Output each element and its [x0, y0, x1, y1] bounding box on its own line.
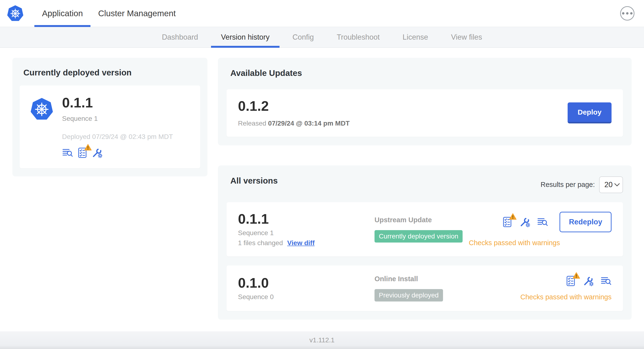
source-label: Online Install [374, 275, 520, 283]
deploy-button[interactable]: Deploy [568, 102, 612, 124]
row-version-number: 0.1.1 [238, 212, 374, 226]
update-released-line: Released 07/29/24 @ 03:14 pm MDT [238, 120, 350, 127]
version-source: Online Install Previously deployed [374, 275, 520, 302]
row-version-number: 0.1.0 [238, 276, 374, 290]
update-version-number: 0.1.2 [238, 99, 350, 114]
status-badge: Previously deployed [374, 289, 443, 302]
preflight-checks-icon[interactable] [565, 276, 576, 286]
checks-status: Checks passed with warnings [469, 239, 560, 247]
top-nav: Application Cluster Management [0, 0, 644, 27]
version-row-0-1-1: 0.1.1 Sequence 1 1 files changed View di… [226, 202, 623, 256]
available-update-row: 0.1.2 Released 07/29/24 @ 03:14 pm MDT D… [226, 89, 623, 137]
version-info: 0.1.1 Sequence 1 1 files changed View di… [238, 212, 374, 247]
version-source: Upstream Update Currently deployed versi… [374, 216, 469, 242]
config-icon[interactable] [520, 216, 530, 228]
tab-cluster-management[interactable]: Cluster Management [90, 0, 183, 27]
currently-deployed-card: Currently deployed version 0.1.1 Sequenc… [12, 58, 208, 176]
kubernetes-logo-icon [7, 4, 24, 22]
more-menu-button[interactable] [620, 6, 634, 20]
results-per-page-select-wrap: 20 [599, 176, 623, 193]
kubernetes-app-icon [30, 97, 53, 121]
all-versions-card: All versions Results per page: 20 [218, 166, 632, 320]
tab-application-label: Application [42, 8, 83, 18]
released-date: 07/29/24 @ 03:14 pm MDT [268, 120, 350, 127]
version-actions: Checks passed with warnings [520, 276, 612, 301]
console-version: v1.112.1 [309, 336, 334, 344]
available-updates-title: Available Updates [230, 68, 622, 78]
files-changed: 1 files changed [238, 239, 283, 247]
app-subnav: Dashboard Version history Config Trouble… [0, 27, 644, 48]
current-version-deployed-date: Deployed 07/29/24 @ 02:43 pm MDT [62, 133, 173, 140]
currently-deployed-title: Currently deployed version [24, 68, 199, 77]
checks-status: Checks passed with warnings [520, 293, 612, 301]
ellipsis-icon [622, 12, 624, 14]
view-diff-link[interactable]: View diff [287, 239, 314, 247]
version-info: 0.1.0 Sequence 0 [238, 276, 374, 301]
current-version-sequence: Sequence 1 [62, 115, 173, 122]
row-sequence: Sequence 1 [238, 229, 374, 237]
preflight-checks-icon[interactable] [77, 147, 88, 158]
warning-icon [509, 213, 516, 220]
results-per-page: Results per page: 20 [541, 176, 623, 193]
view-logs-icon[interactable] [62, 147, 73, 158]
results-per-page-select[interactable]: 20 [599, 176, 623, 193]
main-content: Currently deployed version 0.1.1 Sequenc… [0, 48, 644, 331]
currently-deployed-version-panel: 0.1.1 Sequence 1 Deployed 07/29/24 @ 02:… [20, 86, 200, 168]
version-actions: Redeploy Checks passed with warnings [469, 212, 612, 247]
tab-cluster-management-label: Cluster Management [98, 8, 176, 18]
view-logs-icon[interactable] [537, 216, 548, 228]
row-sequence: Sequence 0 [238, 293, 374, 301]
all-versions-title: All versions [230, 176, 278, 186]
footer: v1.112.1 [0, 331, 644, 349]
available-updates-card: Available Updates 0.1.2 Released 07/29/2… [218, 58, 632, 146]
config-icon[interactable] [583, 276, 594, 286]
current-version-actions [62, 147, 173, 158]
subnav-view-files[interactable]: View files [440, 27, 494, 48]
source-label: Upstream Update [374, 216, 469, 224]
redeploy-button[interactable]: Redeploy [560, 212, 612, 232]
tab-application[interactable]: Application [34, 0, 90, 27]
config-icon[interactable] [92, 147, 103, 158]
all-versions-header: All versions Results per page: 20 [226, 172, 623, 193]
top-tabs: Application Cluster Management [34, 0, 183, 27]
subnav-version-history[interactable]: Version history [210, 27, 281, 48]
right-column: Available Updates 0.1.2 Released 07/29/2… [218, 58, 632, 320]
warning-icon [84, 144, 92, 151]
warning-icon [573, 272, 580, 279]
subnav-config[interactable]: Config [281, 27, 325, 48]
current-version-number: 0.1.1 [62, 96, 173, 110]
view-logs-icon[interactable] [600, 276, 612, 286]
results-per-page-label: Results per page: [541, 181, 595, 188]
released-label: Released [238, 120, 266, 127]
version-row-0-1-0: 0.1.0 Sequence 0 Online Install Previous… [226, 266, 623, 311]
subnav-dashboard[interactable]: Dashboard [150, 27, 210, 48]
status-badge: Currently deployed version [374, 230, 462, 242]
subnav-license[interactable]: License [391, 27, 440, 48]
preflight-checks-icon[interactable] [502, 216, 513, 228]
admin-console: Application Cluster Management Dashboard… [0, 0, 644, 349]
subnav-troubleshoot[interactable]: Troubleshoot [325, 27, 391, 48]
